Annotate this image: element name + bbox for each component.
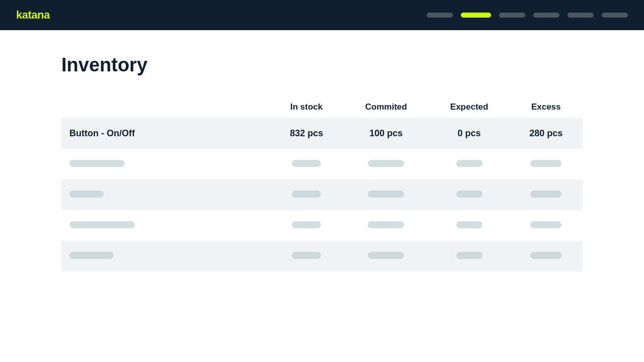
skeleton-val <box>429 149 510 179</box>
row-name: Button - On/Off <box>61 118 270 149</box>
skeleton-val <box>343 179 429 210</box>
main-content: Inventory In stock Commited Expected Exc… <box>45 30 599 296</box>
skeleton-val <box>509 149 583 179</box>
skeleton-val <box>270 179 343 210</box>
navbar: katana <box>0 0 644 30</box>
skeleton-val <box>343 210 429 241</box>
row-in-stock: 832 pcs <box>270 118 343 149</box>
logo-text: katana <box>16 9 50 21</box>
nav-pill-5[interactable] <box>568 13 594 18</box>
row-excess: 280 pcs <box>509 118 583 149</box>
table-body: Button - On/Off 832 pcs 100 pcs 0 pcs 28… <box>61 118 583 272</box>
skeleton-val <box>429 179 510 210</box>
table-row-skeleton <box>61 149 583 179</box>
skeleton-val <box>429 210 510 241</box>
col-in-stock: In stock <box>270 96 343 118</box>
nav-pill-4[interactable] <box>533 13 559 18</box>
row-expected: 0 pcs <box>429 118 510 149</box>
table-row-skeleton <box>61 210 583 241</box>
nav-pill-1[interactable] <box>427 13 453 18</box>
logo[interactable]: katana <box>16 9 50 22</box>
skeleton-val <box>343 241 429 272</box>
skeleton-val <box>429 241 510 272</box>
skeleton-name <box>61 149 270 179</box>
skeleton-val <box>343 149 429 179</box>
skeleton-name <box>61 241 270 272</box>
page-title: Inventory <box>61 54 583 76</box>
table-row[interactable]: Button - On/Off 832 pcs 100 pcs 0 pcs 28… <box>61 118 583 149</box>
nav-pill-6[interactable] <box>602 13 628 18</box>
table-header: In stock Commited Expected Excess <box>61 96 583 118</box>
skeleton-val <box>509 179 583 210</box>
skeleton-val <box>270 149 343 179</box>
table-row-skeleton <box>61 241 583 272</box>
skeleton-name <box>61 210 270 241</box>
table-row-skeleton <box>61 179 583 210</box>
col-excess: Excess <box>509 96 583 118</box>
nav-pill-3[interactable] <box>499 13 525 18</box>
skeleton-val <box>509 241 583 272</box>
skeleton-name <box>61 179 270 210</box>
skeleton-val <box>509 210 583 241</box>
skeleton-val <box>270 210 343 241</box>
col-commited: Commited <box>343 96 429 118</box>
row-commited: 100 pcs <box>343 118 429 149</box>
col-expected: Expected <box>429 96 510 118</box>
nav-pill-2[interactable] <box>461 13 491 18</box>
skeleton-val <box>270 241 343 272</box>
inventory-table: In stock Commited Expected Excess Button… <box>61 96 583 272</box>
col-name <box>61 96 270 118</box>
